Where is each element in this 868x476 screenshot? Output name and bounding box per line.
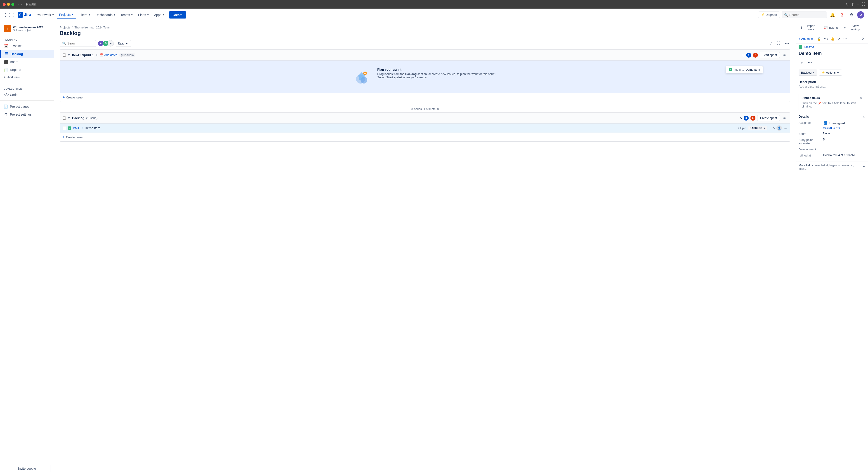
project-header[interactable]: i iThome Ironman 2024 ... Software proje…: [0, 21, 54, 36]
settings-button[interactable]: ⚙: [848, 11, 855, 19]
panel-issue-id[interactable]: IM24T-1: [804, 45, 814, 49]
add-view-label: Add view: [7, 75, 20, 79]
panel-status-button[interactable]: Backlog ▼: [799, 70, 817, 76]
backlog-create-issue[interactable]: + Create issue: [60, 133, 790, 141]
jira-logo[interactable]: Jira: [18, 12, 31, 18]
your-work-nav[interactable]: Your work ▼: [35, 11, 57, 19]
teams-nav[interactable]: Teams ▼: [119, 11, 135, 19]
breadcrumb-project-name[interactable]: iThome Ironman 2024 Team: [74, 26, 111, 29]
sprint-empty-state: Plan your sprint Drag issues from the Ba…: [60, 61, 790, 93]
create-sprint-button[interactable]: Create sprint: [757, 115, 780, 121]
plans-nav[interactable]: Plans ▼: [136, 11, 151, 19]
calendar-icon: 📅: [100, 53, 103, 57]
search-input[interactable]: [789, 13, 825, 17]
forward-button[interactable]: ›: [21, 2, 22, 6]
issue-key[interactable]: IM24T-1: [73, 127, 83, 130]
sidebar: i iThome Ironman 2024 ... Software proje…: [0, 21, 54, 476]
add-tab-icon[interactable]: +: [857, 2, 859, 6]
close-window-button[interactable]: [3, 3, 6, 6]
board-icon: ⬛: [4, 60, 8, 64]
create-button[interactable]: Create: [169, 11, 186, 19]
sidebar-item-timeline[interactable]: 📅 Timeline: [0, 42, 54, 50]
sidebar-item-project-pages[interactable]: 📄 Project pages: [0, 103, 54, 110]
search-box[interactable]: 🔍: [782, 11, 827, 18]
more-options-button[interactable]: •••: [784, 40, 790, 46]
epic-tag[interactable]: + Epic: [738, 127, 746, 130]
notifications-button[interactable]: 🔔: [829, 11, 836, 19]
issue-more-button[interactable]: ···: [784, 126, 787, 130]
filters-nav[interactable]: Filters ▼: [76, 11, 93, 19]
insights-icon: 📈: [824, 26, 828, 29]
invite-people-button[interactable]: Invite people: [4, 465, 51, 472]
sidebar-item-reports[interactable]: 📊 Reports: [0, 66, 54, 74]
pinned-close-button[interactable]: ✕: [860, 96, 862, 100]
planning-label: PLANNING: [0, 36, 54, 42]
sidebar-item-code[interactable]: </> Code: [0, 91, 54, 99]
user-avatar[interactable]: U: [857, 11, 864, 19]
backlog-more-button[interactable]: •••: [782, 115, 787, 121]
share-button[interactable]: ⤢: [768, 40, 774, 46]
panel-menu-button[interactable]: •••: [807, 60, 813, 66]
sidebar-item-backlog[interactable]: ☰ Backlog: [0, 50, 54, 58]
backlog-search-input[interactable]: [67, 41, 93, 45]
projects-nav[interactable]: Projects ▼: [57, 11, 76, 19]
issue-checkbox[interactable]: [63, 126, 66, 130]
add-view-button[interactable]: + Add view: [0, 74, 54, 81]
backlog-chevron[interactable]: ▼: [68, 116, 70, 120]
backlog-checkbox[interactable]: [63, 116, 66, 120]
import-work-button[interactable]: ⬆ Import work: [799, 23, 820, 32]
back-button[interactable]: ‹: [18, 2, 19, 6]
panel-add-button[interactable]: +: [799, 60, 805, 66]
sprint-chevron[interactable]: ▼: [68, 54, 70, 57]
sprint-header: ▼ IM24T Sprint 1 ✏ 📅 Add dates (0 issues…: [60, 50, 790, 61]
maximize-window-button[interactable]: [11, 3, 14, 6]
minimize-window-button[interactable]: [7, 3, 10, 6]
window-mode-icon[interactable]: ⛶: [862, 2, 865, 6]
thumbs-up-button[interactable]: 👍: [830, 36, 835, 41]
divider-line-left: [60, 109, 408, 109]
panel-actions-button[interactable]: ⚡ Actions ▼: [819, 70, 842, 76]
sprint-empty-desc2: Select Start sprint when you're ready.: [377, 76, 496, 79]
sprint-checkbox[interactable]: [63, 54, 66, 57]
backlog-count-num: 5: [740, 116, 742, 120]
timeline-label: Timeline: [10, 44, 51, 48]
backlog-search-field[interactable]: 🔍: [60, 40, 96, 47]
epic-dropdown[interactable]: Epic ▼: [116, 40, 131, 47]
grid-icon[interactable]: ⋮⋮⋮: [4, 12, 16, 18]
view-settings-button[interactable]: ↩ View settings: [842, 23, 865, 32]
lock-icon[interactable]: 🔒: [817, 37, 821, 41]
sprint-more-button[interactable]: •••: [782, 52, 787, 58]
assignee-icon: 👤: [823, 121, 828, 126]
sprint-edit-icon[interactable]: ✏: [96, 54, 98, 57]
assign-to-me-link[interactable]: Assign to me: [823, 126, 845, 129]
help-button[interactable]: ❓: [838, 11, 846, 19]
sprint-badge-red: 0: [753, 53, 758, 58]
start-sprint-button[interactable]: Start sprint: [760, 52, 780, 58]
close-panel-button[interactable]: ✕: [861, 36, 865, 41]
share-panel-button[interactable]: ↗: [837, 36, 841, 41]
fullscreen-button[interactable]: ⛶: [776, 40, 782, 46]
upload-icon[interactable]: ⬆: [851, 2, 854, 6]
issue-row[interactable]: ✓ IM24T-1 Demo Item ✏ + Epic BACKLOG ▼ 5…: [60, 124, 790, 133]
more-fields[interactable]: More fields selected at, began to develo…: [796, 161, 868, 172]
upgrade-button[interactable]: ⚡ Upgrade: [758, 11, 780, 18]
sprint-add-dates[interactable]: 📅 Add dates: [100, 53, 118, 57]
sprint-section: ▼ IM24T Sprint 1 ✏ 📅 Add dates (0 issues…: [60, 49, 790, 102]
insights-button[interactable]: 📈 Insights: [822, 25, 840, 31]
dashboards-nav[interactable]: Dashboards ▼: [93, 11, 118, 19]
timeline-icon: 📅: [4, 44, 8, 48]
sidebar-item-board[interactable]: ⬛ Board: [0, 58, 54, 66]
details-title: Details: [799, 115, 809, 118]
breadcrumb-projects[interactable]: Projects: [60, 26, 70, 29]
issue-assignee[interactable]: 👤: [776, 125, 782, 131]
status-badge[interactable]: BACKLOG ▼: [748, 126, 768, 130]
refresh-icon[interactable]: ↻: [846, 2, 848, 6]
sprint-create-issue[interactable]: + Create issue: [60, 93, 790, 102]
panel-more-button[interactable]: •••: [843, 36, 847, 41]
add-member-avatar[interactable]: +: [107, 40, 114, 46]
description-placeholder[interactable]: Add a description...: [799, 85, 865, 88]
apps-nav[interactable]: Apps ▼: [152, 11, 167, 19]
add-epic-link[interactable]: + Add epic: [799, 37, 813, 40]
details-header[interactable]: Details ▲: [799, 115, 865, 118]
sidebar-item-project-settings[interactable]: ⚙ Project settings: [0, 110, 54, 118]
